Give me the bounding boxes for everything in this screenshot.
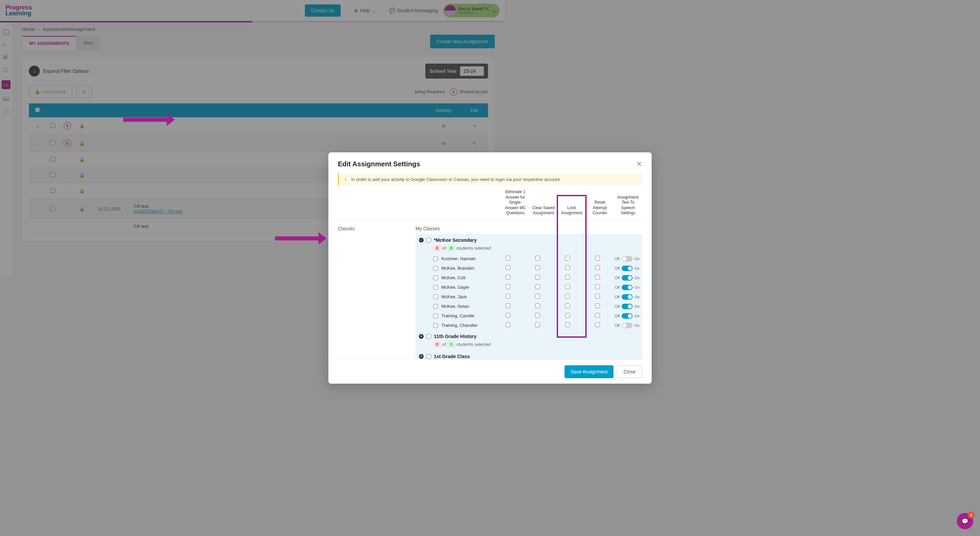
myclasses-label: My Classes [415,220,440,234]
info-banner: ⚠ In order to add your activity to Googl… [338,173,505,186]
classes-container: − *McKee Secondary 0 of 8 students selec… [415,234,505,276]
settings-columns-header: Eliminate 1 Answer for Single-Answer MC … [338,189,505,220]
class-header-row: − *McKee Secondary [415,234,505,245]
warning-icon: ⚠ [344,177,348,182]
class-name: *McKee Secondary [434,237,477,243]
student-checkbox[interactable] [433,276,438,276]
student-row: Kushner, Hannah Off On [415,254,505,263]
student-checkbox[interactable] [433,266,438,271]
student-name: Kushner, Hannah [441,256,476,261]
student-checkbox[interactable] [433,257,438,261]
classes-label: Classes [338,220,415,234]
selected-count: 0 of 8 students selected [415,245,505,254]
modal-body: ⚠ In order to add your activity to Googl… [328,173,505,276]
student-name: McKee, Brandon [441,266,474,271]
col-eliminate: Eliminate 1 Answer for Single-Answer MC … [501,189,505,216]
modal-title: Edit Assignment Settings [338,160,420,168]
class-checkbox[interactable] [426,238,431,243]
total-number: 8 [447,245,455,251]
selected-number: 0 [433,245,441,251]
modal-header: Edit Assignment Settings ✕ [328,152,505,173]
student-row: McKee, Colt Off On [415,273,505,276]
student-row: McKee, Brandon Off On [415,263,505,273]
class-section: − *McKee Secondary 0 of 8 students selec… [415,234,505,276]
edit-settings-modal: Edit Assignment Settings ✕ ⚠ In order to… [328,152,505,276]
student-name: McKee, Colt [441,275,466,276]
banner-text: In order to add your activity to Google … [351,177,505,182]
collapse-class-icon[interactable]: − [419,238,424,243]
